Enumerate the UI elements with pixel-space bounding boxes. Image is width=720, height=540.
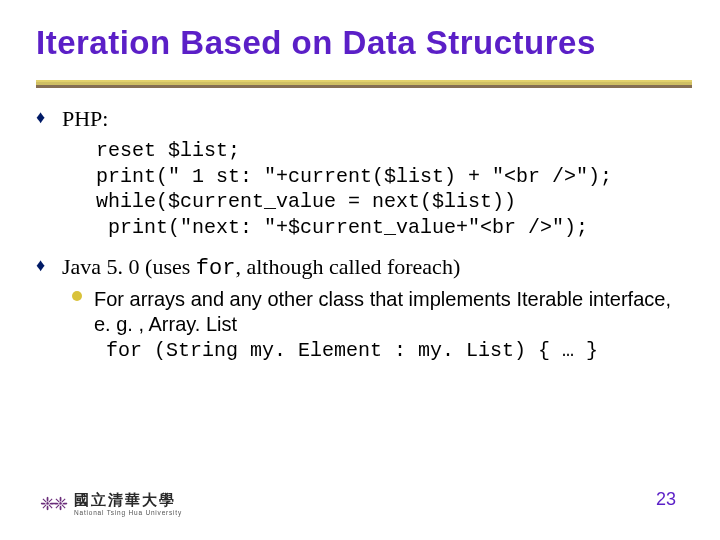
java-subbullet: For arrays and any other class that impl… <box>36 287 688 337</box>
bullet-php: ♦ PHP: <box>36 106 688 132</box>
slide: Iteration Based on Data Structures ♦ PHP… <box>0 0 720 540</box>
logo-text: 國立清華大學 National Tsing Hua University <box>74 493 182 517</box>
logo-chinese: 國立清華大學 <box>74 493 182 508</box>
title-underline <box>36 80 692 88</box>
diamond-icon: ♦ <box>36 110 50 124</box>
bullet-java: ♦ Java 5. 0 (uses for, although called f… <box>36 254 688 281</box>
java-sub-text: For arrays and any other class that impl… <box>94 288 671 335</box>
java-subcode: for (String my. Element : my. List) { … … <box>106 339 688 362</box>
bullet-php-label: PHP: <box>62 106 108 131</box>
footer-logo: ❈❈ 國立清華大學 National Tsing Hua University <box>40 493 182 517</box>
page-number: 23 <box>656 489 676 510</box>
java-mono: for <box>196 256 236 281</box>
php-code: reset $list; print(" 1 st: "+current($li… <box>96 138 678 240</box>
slide-title: Iteration Based on Data Structures <box>36 24 700 62</box>
logo-english: National Tsing Hua University <box>74 510 182 517</box>
dot-icon <box>72 291 82 301</box>
logo-mark-icon: ❈❈ <box>40 493 66 515</box>
diamond-icon: ♦ <box>36 258 50 272</box>
java-prefix: Java 5. 0 (uses <box>62 254 196 279</box>
java-suffix: , although called foreach) <box>235 254 460 279</box>
content-area: ♦ PHP: reset $list; print(" 1 st: "+curr… <box>36 106 688 362</box>
